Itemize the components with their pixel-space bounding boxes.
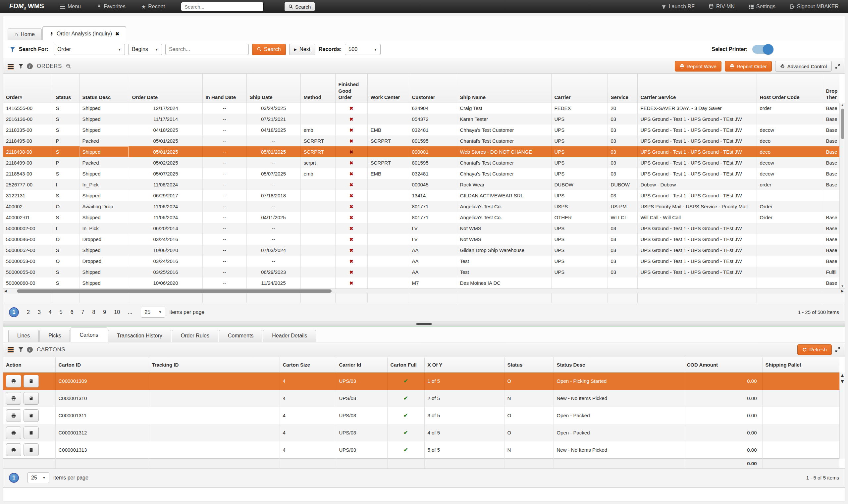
orders-row[interactable]: 2118499-00PPacked05/02/2025----scrprt✖SC… [3, 157, 840, 168]
orders-column-header[interactable]: Drop Ther [823, 74, 840, 103]
page-button[interactable]: 6 [71, 309, 73, 315]
info-icon[interactable]: i [27, 63, 33, 69]
orders-horizontal-scrollbar[interactable]: ◀ ▶ [3, 288, 845, 293]
cartons-column-header[interactable]: Carton Size [280, 357, 336, 373]
info-icon[interactable]: i [27, 347, 33, 353]
orders-row[interactable]: 2118335-00SShipped04/18/2025--04/18/2025… [3, 125, 840, 136]
scroll-left-icon[interactable]: ◀ [4, 289, 7, 293]
orders-column-header[interactable]: Status Desc [79, 74, 129, 103]
next-button[interactable]: ▶ Next [289, 44, 315, 55]
cartons-column-header[interactable]: Status Desc [553, 357, 684, 373]
cartons-column-header[interactable]: Shipping Pallet [762, 357, 840, 373]
reprint-order-button[interactable]: Reprint Order [725, 61, 772, 72]
advanced-control-button[interactable]: Advanced Control [775, 61, 832, 72]
detail-tab-lines[interactable]: Lines [8, 330, 39, 342]
cartons-row[interactable]: C0000013114UPS/03✔3 of 5OOpen - Packed0.… [3, 407, 840, 424]
orders-row[interactable]: 50000046-00ODropped03/24/2016----✖LVNot … [3, 234, 840, 245]
filter-icon[interactable] [18, 347, 23, 352]
orders-column-header[interactable]: In Hand Date [202, 74, 246, 103]
detail-tab-order-rules[interactable]: Order Rules [172, 330, 218, 342]
page-button[interactable]: 1 [9, 307, 19, 317]
orders-vertical-scrollbar[interactable]: ▲ ▼ [840, 103, 845, 288]
cartons-row[interactable]: C0000013104UPS/03✔2 of 5NNew - No Items … [3, 390, 840, 407]
carton-box-button[interactable] [23, 444, 39, 456]
orders-column-header[interactable]: Method [300, 74, 335, 103]
orders-row[interactable]: 2118495-00PPacked05/01/2025----SCRPRT✖SC… [3, 136, 840, 146]
orders-row[interactable]: 2118543-00SShipped05/07/2025--05/07/2025… [3, 168, 840, 179]
panel-splitter[interactable] [3, 322, 845, 327]
records-select[interactable]: 500 ▼ [345, 44, 381, 55]
scrollbar-thumb[interactable] [17, 289, 332, 293]
print-carton-button[interactable] [6, 392, 21, 404]
orders-row[interactable]: 50000052-00SShipped10/06/2020--07/03/202… [3, 245, 840, 256]
nav-signout-button[interactable]: Signout MBAKER [789, 4, 839, 10]
close-tab-icon[interactable]: ✖ [115, 31, 119, 36]
expand-icon[interactable] [835, 347, 841, 352]
page-button[interactable]: 5 [60, 309, 63, 315]
cartons-column-header[interactable]: Status [504, 357, 553, 373]
global-search-input[interactable] [181, 2, 264, 11]
orders-row[interactable]: 50000055-00SShipped03/25/2016--06/29/202… [3, 267, 840, 277]
cartons-row[interactable]: C0000013124UPS/03✔4 of 5OOpen - Packed0.… [3, 424, 840, 442]
expand-icon[interactable] [835, 64, 841, 69]
scrollbar-thumb[interactable] [841, 109, 844, 139]
orders-row[interactable]: 3122131SShipped06/29/2017--07/18/2018✖13… [3, 190, 840, 201]
nav-menu-button[interactable]: Menu [60, 4, 81, 10]
carton-box-button[interactable] [23, 409, 39, 422]
orders-column-header[interactable]: Status [53, 74, 79, 103]
nav-favorites-button[interactable]: Favorites [97, 4, 126, 10]
orders-column-header[interactable]: Service [607, 74, 637, 103]
orders-column-header[interactable]: Carrier [551, 74, 607, 103]
search-field-select[interactable]: Order ▼ [54, 44, 125, 55]
page-button[interactable]: 1 [9, 473, 19, 483]
scroll-up-icon[interactable]: ▲ [840, 373, 845, 378]
page-button[interactable]: 7 [82, 309, 85, 315]
tab-order-analysis[interactable]: Order Analysis (Inquiry) ✖ [42, 26, 126, 40]
search-button[interactable]: Search [252, 44, 286, 55]
orders-row[interactable]: 50000060-00SShipped10/06/2020--11/24/202… [3, 277, 840, 288]
filter-icon[interactable] [18, 64, 23, 69]
orders-column-header[interactable]: Carrier Service [637, 74, 757, 103]
carton-box-button[interactable] [23, 375, 39, 388]
orders-column-header[interactable]: Work Center [367, 74, 409, 103]
nav-recent-button[interactable]: ★ Recent [141, 4, 165, 10]
reprint-wave-button[interactable]: Reprint Wave [675, 61, 722, 72]
order-search-input[interactable] [165, 44, 249, 55]
page-button[interactable]: 2 [27, 309, 30, 315]
scroll-down-icon[interactable]: ▼ [840, 378, 845, 384]
search-operator-select[interactable]: Begins ▼ [128, 44, 162, 55]
orders-column-header[interactable]: Customer [409, 74, 457, 103]
carton-box-button[interactable] [23, 427, 39, 439]
nav-settings-button[interactable]: Settings [749, 4, 775, 10]
nav-environment-button[interactable]: RIV-MN [709, 4, 735, 10]
orders-row[interactable]: 2526777-00IIn_Pick11/06/2024----✖000045R… [3, 179, 840, 190]
cartons-column-header[interactable]: COD Amount [684, 357, 762, 373]
orders-row[interactable]: 50000002-00IIn_Pick06/20/2014----✖LVNot … [3, 223, 840, 234]
orders-column-header[interactable]: Order Date [129, 74, 202, 103]
cartons-vertical-scrollbar[interactable]: ▲ ▼ [840, 373, 845, 458]
print-carton-button[interactable] [6, 444, 21, 456]
page-button[interactable]: 4 [49, 309, 52, 315]
cartons-column-header[interactable]: Carton Full [387, 357, 424, 373]
page-button[interactable]: ... [128, 309, 132, 315]
orders-row[interactable]: 1416555-00SShipped12/17/2024--03/24/2025… [3, 103, 840, 113]
orders-row[interactable]: 2016136-00SShipped11/17/2014--07/21/2021… [3, 113, 840, 125]
zoom-out-icon[interactable] [66, 64, 71, 69]
cartons-column-header[interactable]: Tracking ID [149, 357, 280, 373]
cartons-column-header[interactable]: X Of Y [424, 357, 504, 373]
orders-row[interactable]: 2118498-00SShipped05/01/2025--05/01/2025… [3, 146, 840, 157]
orders-row[interactable]: 400002OAwaiting Drop11/06/2024----✖80177… [3, 201, 840, 212]
cartons-column-header[interactable]: Carton ID [55, 357, 149, 373]
panel-menu-icon[interactable] [7, 349, 14, 350]
detail-tab-comments[interactable]: Comments [219, 330, 262, 342]
refresh-button[interactable]: Refresh [797, 344, 832, 355]
cartons-row[interactable]: C0000013134UPS/03✔5 of 5NNew - No Items … [3, 442, 840, 458]
nav-launch-rf-button[interactable]: Launch RF [661, 4, 695, 10]
scroll-down-icon[interactable]: ▼ [840, 284, 845, 288]
cartons-column-header[interactable]: Carrier Id [336, 357, 387, 373]
cartons-page-size-select[interactable]: 25 ▼ [28, 472, 49, 483]
orders-column-header[interactable]: Ship Name [457, 74, 551, 103]
tab-home[interactable]: ⌂ Home [7, 29, 42, 40]
carton-box-button[interactable] [23, 392, 39, 404]
cartons-column-header[interactable]: Action [3, 357, 55, 373]
